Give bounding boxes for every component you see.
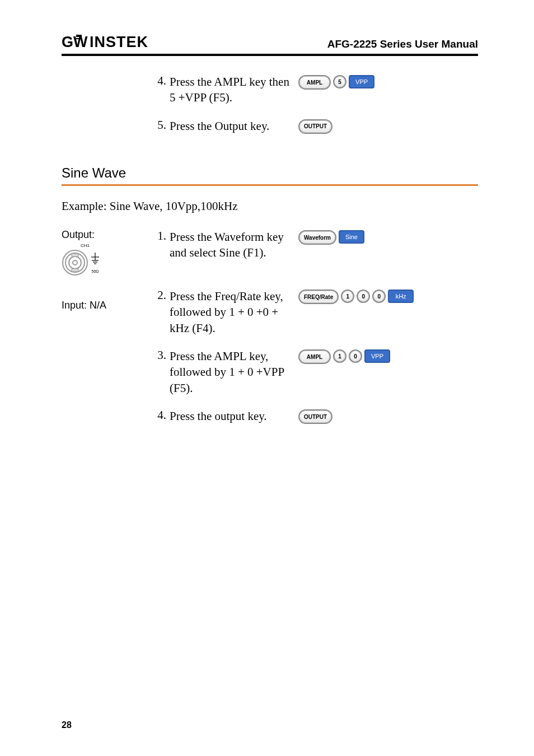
- header-rule: [62, 54, 478, 56]
- numeric-key: 1: [333, 349, 346, 363]
- step-text: Press the Waveform key and select Sine (…: [170, 229, 298, 261]
- hw-key: FREQ/Rate: [298, 290, 339, 304]
- step-keys: OUTPUT: [298, 118, 478, 134]
- step-keys: WaveformSine: [298, 229, 478, 245]
- step-row: 3. Press the AMPL key, followed by 1 + 0…: [62, 348, 478, 396]
- svg-rect-10: [72, 269, 78, 272]
- svg-point-7: [69, 256, 81, 269]
- svg-text:G: G: [62, 34, 74, 50]
- step-number: 3.: [154, 348, 170, 362]
- step-number: 4.: [154, 74, 170, 88]
- step-row: 4. Press the AMPL key then 5 +VPP (F5). …: [62, 74, 478, 106]
- step-text: Press the AMPL key then 5 +VPP (F5).: [170, 74, 298, 106]
- left-column: Output: CH1 50Ω: [62, 229, 154, 276]
- step-number: 5.: [154, 118, 170, 132]
- step-text: Press the Freq/Rate key, followed by 1 +…: [170, 288, 298, 336]
- soft-key: kHz: [388, 290, 414, 303]
- hw-key: OUTPUT: [298, 119, 332, 134]
- step-keys: AMPL10VPP: [298, 348, 478, 364]
- step-number: 1.: [154, 229, 170, 243]
- soft-key: VPP: [349, 75, 374, 88]
- step-text: Press the AMPL key, followed by 1 + 0 +V…: [170, 348, 298, 396]
- hw-key: OUTPUT: [298, 409, 332, 424]
- left-column: Input: N/A: [62, 288, 154, 311]
- step-keys: OUTPUT: [298, 408, 478, 424]
- step-number: 2.: [154, 288, 170, 302]
- hw-key: Waveform: [298, 230, 336, 245]
- numeric-key: 0: [349, 349, 362, 363]
- svg-rect-3: [76, 38, 82, 39]
- input-label: Input: N/A: [62, 300, 154, 311]
- section-heading: Sine Wave: [62, 165, 478, 181]
- hw-key: AMPL: [298, 75, 331, 90]
- numeric-key: 5: [333, 75, 346, 88]
- soft-key: VPP: [364, 349, 390, 363]
- step-keys: AMPL5VPP: [298, 74, 478, 90]
- step-number: 4.: [154, 408, 170, 422]
- brand-logo: G W INSTEK: [62, 34, 159, 50]
- svg-rect-9: [72, 254, 78, 256]
- hw-key: AMPL: [298, 349, 331, 364]
- section-rule: [62, 184, 478, 186]
- numeric-key: 0: [372, 290, 386, 303]
- step-row: 4. Press the output key. OUTPUT: [62, 408, 478, 424]
- manual-title: AFG-2225 Series User Manual: [327, 38, 478, 50]
- numeric-key: 1: [341, 290, 354, 303]
- step-row: Output: CH1 50Ω 1. Press the Waveform ke…: [62, 229, 478, 276]
- svg-point-8: [73, 260, 77, 265]
- step-text: Press the output key.: [170, 408, 298, 424]
- step-keys: FREQ/Rate100kHz: [298, 288, 478, 304]
- example-text: Example: Sine Wave, 10Vpp,100kHz: [62, 199, 478, 213]
- channel-label: CH1: [68, 243, 102, 248]
- svg-rect-2: [76, 35, 82, 37]
- soft-key: Sine: [339, 230, 364, 244]
- step-row: 5. Press the Output key. OUTPUT: [62, 118, 478, 134]
- numeric-key: 0: [357, 290, 370, 303]
- output-connector: CH1 50Ω: [62, 243, 102, 276]
- svg-text:INSTEK: INSTEK: [90, 34, 148, 50]
- output-label: Output:: [62, 229, 154, 241]
- page-number: 28: [62, 720, 72, 730]
- ground-symbol: 50Ω: [91, 253, 100, 273]
- bnc-connector-icon: [62, 249, 88, 276]
- page-header: G W INSTEK AFG-2225 Series User Manual: [62, 34, 478, 50]
- step-text: Press the Output key.: [170, 118, 298, 134]
- step-row: Input: N/A 2. Press the Freq/Rate key, f…: [62, 288, 478, 336]
